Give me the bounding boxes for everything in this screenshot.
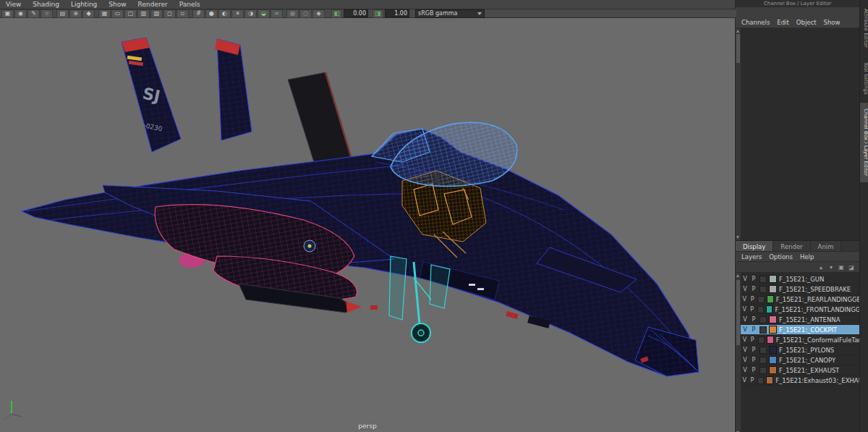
layer-visibility-toggle[interactable]: V [741,347,749,353]
layer-playback-toggle[interactable]: P [749,276,758,282]
channel-box-scrollbar[interactable] [736,28,741,240]
layer-display-type-box[interactable] [760,286,767,293]
layer-color-swatch[interactable] [769,315,777,323]
view-transform-dropdown[interactable]: sRGB gamma [415,9,485,18]
layer-visibility-toggle[interactable]: V [741,316,749,323]
layer-color-swatch[interactable] [769,366,777,374]
image-plane-icon[interactable]: ▤ [56,9,69,18]
layer-display-type-box[interactable] [760,276,767,283]
sidebar-vertical-tab[interactable]: Tool Settings [860,56,868,101]
move-layer-down-icon[interactable]: ▾ [826,264,836,271]
layer-visibility-toggle[interactable]: V [741,306,748,313]
layer-playback-toggle[interactable]: P [749,336,757,343]
ambient-occlusion-icon[interactable]: ◒ [258,9,270,18]
layer-playback-toggle[interactable]: P [749,367,758,373]
sidebar-vertical-tab[interactable]: Attribute Editor [860,3,868,54]
layer-row[interactable]: V P F_15E21:_ConformalFuleTanks [741,335,859,345]
wireframe-on-shaded-icon[interactable]: ◈ [312,9,325,18]
layer-editor-tab[interactable]: Anim [811,241,842,251]
layer-color-swatch[interactable] [769,326,777,334]
layer-playback-toggle[interactable]: P [749,316,758,323]
layer-row[interactable]: V P F_15E21:_GUN [741,274,859,284]
channel-box-menu-item[interactable]: Show [823,19,840,26]
layer-visibility-toggle[interactable]: V [741,357,749,363]
sidebar-vertical-tab[interactable]: Channel Box / Layer Editor [860,103,868,182]
layer-color-swatch[interactable] [766,305,773,313]
layer-name[interactable]: F_15E21:Exhaust03:_EXHAUST [775,377,859,384]
layer-playback-toggle[interactable]: P [749,326,758,333]
isolate-select-icon[interactable]: ◎ [286,9,299,18]
toolbar-separator[interactable] [190,10,192,17]
camera-attributes-icon[interactable]: ✎ [27,9,40,18]
scrollbar-thumb[interactable] [736,280,740,345]
layer-editor-tab[interactable]: Render [773,241,810,251]
scroll-up-icon[interactable] [736,30,739,33]
move-layer-up-icon[interactable]: ▴ [816,264,826,271]
layer-display-type-box[interactable] [760,326,767,334]
lock-camera-icon[interactable]: ◉ [14,9,27,18]
channel-box-menu-item[interactable]: Channels [741,19,770,26]
viewport-menu-item[interactable]: Show [103,1,132,8]
exposure-field[interactable]: 0.00 [344,9,368,17]
layer-color-swatch[interactable] [769,285,777,293]
layer-display-type-box[interactable] [757,306,764,313]
motion-blur-icon[interactable]: ≈ [271,9,283,18]
toolbar-separator[interactable] [54,10,56,17]
viewport-menu-item[interactable]: View [0,1,27,8]
tail-fins[interactable]: SJ -0230 [122,38,252,152]
textured-icon[interactable]: ◐ [218,9,231,18]
layer-name[interactable]: F_15E21:_SPEEDBRAKE [779,286,851,293]
exposure-icon[interactable]: ◧ [331,9,342,18]
layer-row[interactable]: V P F_15E21:_CANOPY [741,355,859,365]
layer-name[interactable]: F_15E21:_CANOPY [779,357,835,364]
layer-display-type-box[interactable] [757,296,764,303]
layer-editor-tab[interactable]: Display [736,241,773,251]
layer-name[interactable]: F_15E21:_COCKPIT [779,326,837,334]
xray-icon[interactable]: ◌ [299,9,312,18]
layer-visibility-toggle[interactable]: V [741,296,749,302]
grid-icon[interactable]: ▦ [98,9,111,18]
layer-visibility-toggle[interactable]: V [741,336,749,343]
layer-name[interactable]: F_15E21:_FRONTLANDINGGEAR [775,306,859,313]
bookmarks-icon[interactable]: ☆ [41,9,53,18]
layer-color-swatch[interactable] [769,356,777,364]
field-chart-icon[interactable]: ▧ [150,9,163,18]
gamma-field[interactable]: 1.00 [385,9,409,17]
shadows-icon[interactable]: ◑ [244,9,257,18]
layer-display-type-box[interactable] [758,336,765,344]
use-all-lights-icon[interactable]: ☀ [231,9,244,18]
layer-visibility-toggle[interactable]: V [741,286,749,292]
layer-playback-toggle[interactable]: P [749,347,758,353]
viewport-menu-item[interactable]: Renderer [132,1,174,8]
layer-color-swatch[interactable] [769,346,777,354]
resolution-gate-icon[interactable]: □ [124,9,137,18]
layer-row[interactable]: V P F_15E21:_FRONTLANDINGGEAR [741,305,859,315]
layer-name[interactable]: F_15E21:_REARLANDINGGEAR [776,296,859,303]
layer-row[interactable]: V P F_15E21:_SPEEDBRAKE [741,284,859,295]
layer-playback-toggle[interactable]: P [748,306,755,313]
layer-display-type-box[interactable] [760,347,767,354]
layer-playback-toggle[interactable]: P [749,357,758,363]
layer-visibility-toggle[interactable]: V [741,377,749,384]
layer-color-swatch[interactable] [767,336,774,344]
grease-pencil-icon[interactable]: ◆ [82,9,95,18]
layer-visibility-toggle[interactable]: V [741,326,749,333]
layer-display-type-box[interactable] [760,316,767,323]
viewport-menu-item[interactable]: Panels [174,1,206,8]
layer-color-swatch[interactable] [769,275,777,283]
layer-display-type-box[interactable] [760,357,767,364]
layer-editor-menu-item[interactable]: Layers [741,253,762,261]
layer-name[interactable]: F_15E21:_PYLONS [779,347,834,354]
layer-row[interactable]: V P F_15E21:_REARLANDINGGEAR [741,295,859,305]
layer-display-type-box[interactable] [760,367,767,374]
layer-row[interactable]: V P F_15E21:_COCKPIT [741,325,859,335]
layer-name[interactable]: F_15E21:_ConformalFuleTanks [776,336,859,344]
layer-name[interactable]: F_15E21:_GUN [779,276,824,283]
scroll-up-icon[interactable] [736,274,739,277]
layer-visibility-toggle[interactable]: V [741,276,749,282]
channel-box-menu-item[interactable]: Edit [777,19,788,26]
layer-name[interactable]: F_15E21:_ANTENNA [779,316,841,323]
channel-box-menu-item[interactable]: Object [796,19,817,26]
gamma-icon[interactable]: ◨ [373,9,383,18]
create-empty-layer-icon[interactable]: ▣ [836,264,846,271]
